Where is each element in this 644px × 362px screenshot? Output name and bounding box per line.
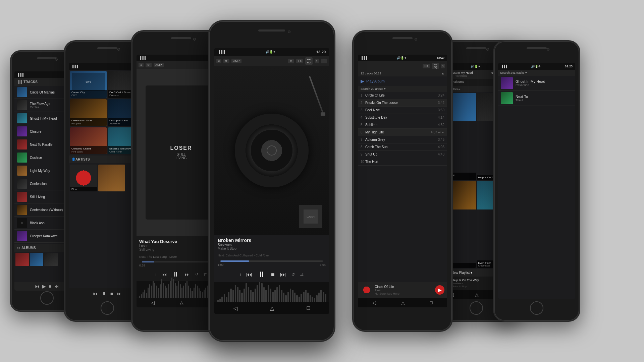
info-btn[interactable]: i: [240, 272, 241, 277]
prev-btn[interactable]: ⏮: [162, 272, 167, 278]
phone-6-home-btn[interactable]: [470, 301, 483, 315]
menu-btn[interactable]: ☰: [321, 59, 327, 63]
info-btn[interactable]: i: [156, 273, 156, 277]
home-btn[interactable]: △: [401, 300, 405, 305]
stop-btn[interactable]: ■: [271, 271, 275, 278]
back-btn[interactable]: ◁: [151, 300, 155, 305]
album-item[interactable]: Celebration Time Puppets: [70, 99, 107, 126]
home-btn[interactable]: △: [180, 300, 183, 305]
amp-btn[interactable]: AMP: [231, 59, 241, 63]
track-list-item[interactable]: 3 Feel Alive 3:59: [358, 107, 447, 114]
track-list-item[interactable]: 1 Circle Of Life 3:24: [358, 92, 447, 99]
album-thumb[interactable]: [44, 253, 58, 266]
phone-2-home-btn[interactable]: [101, 301, 114, 315]
back-btn[interactable]: ◁: [233, 305, 237, 311]
track-list-item[interactable]: 4 Substitute Day 4:14: [358, 114, 447, 121]
repeat-btn[interactable]: ↺: [195, 272, 198, 277]
play-pause-btn[interactable]: ⏸: [172, 270, 179, 278]
amp-btn[interactable]: AMP: [154, 63, 164, 67]
next-btn[interactable]: ⏭: [184, 272, 190, 278]
track-list-item[interactable]: 7 Autumn Grey 3:45: [358, 136, 447, 143]
home-btn[interactable]: △: [270, 305, 274, 311]
fx-btn[interactable]: FX: [296, 59, 304, 63]
target-btn[interactable]: ⊙: [288, 59, 294, 63]
play-btn[interactable]: ⏸: [102, 291, 106, 296]
repeat-btn[interactable]: ↺: [146, 63, 152, 67]
eq-btn[interactable]: REEQ: [432, 63, 439, 69]
shuffle-indicator: ⇄ ▲: [438, 130, 444, 134]
next-btn[interactable]: ⏭: [54, 284, 59, 289]
play-pause-btn[interactable]: ⏸: [258, 270, 266, 279]
track-list-item[interactable]: 10 The Hurt: [358, 158, 447, 166]
fx-btn[interactable]: FX: [423, 64, 430, 68]
shuffle-btn[interactable]: ⇄: [204, 272, 207, 277]
next-btn[interactable]: ⏭: [117, 291, 122, 296]
phone-7-camera: [547, 48, 549, 51]
vis-bar: [261, 283, 263, 302]
rewind-btn[interactable]: «: [139, 63, 144, 67]
stop-btn[interactable]: ■: [49, 284, 51, 289]
np-sub: No Surprises Here: [375, 292, 433, 295]
prev-btn[interactable]: ⏮: [246, 271, 252, 278]
album-thumb[interactable]: [15, 253, 29, 266]
phone-7-home-btn[interactable]: [530, 301, 543, 315]
np-title: Circle Of Life: [375, 285, 433, 289]
track-thumb: [17, 87, 27, 97]
track-info: Next To The A: [516, 95, 573, 102]
vis-bar: [158, 288, 159, 298]
info-btn[interactable]: ℹ: [315, 59, 319, 63]
rewind-btn[interactable]: «: [216, 59, 221, 63]
home-btn[interactable]: △: [475, 292, 479, 297]
track-thumb: [17, 192, 27, 202]
phone-1-home-btn[interactable]: [40, 291, 54, 305]
track-list-item[interactable]: 5 Sublime 4:32: [358, 121, 447, 129]
track-name: Freaks On The Loose: [365, 101, 438, 105]
puppet-album[interactable]: [98, 165, 125, 191]
play-btn[interactable]: ▶: [42, 284, 46, 289]
track-item[interactable]: Next To The A: [498, 91, 575, 106]
phone-5: ▐▐▐ 🔊🔋✈ 13:42 FX REEQ ℹ 12 tracks 50:12 …: [352, 30, 453, 332]
album-item[interactable]: Coloured Chalks Fire Walk: [70, 127, 107, 154]
progress-bar[interactable]: [220, 260, 323, 262]
track-name: Circle Of Life: [365, 94, 438, 97]
recents-btn[interactable]: □: [430, 300, 432, 305]
search-tracks-label[interactable]: Search 241 tracks ▾: [500, 71, 527, 74]
phone-4: ▐▐▐ 🔊🔋✈ 13:29 « ↺ AMP ⊙ FX REEQ ℹ ☰: [208, 20, 335, 342]
float-album[interactable]: Float: [70, 165, 97, 191]
prev-btn[interactable]: ⏮: [35, 284, 40, 289]
vis-bar: [244, 289, 245, 302]
progress-fill: [220, 260, 249, 262]
track-list-item[interactable]: 9 Shut Up 4:48: [358, 151, 447, 158]
play-album-btn[interactable]: ▶ Play Album: [358, 76, 447, 86]
track-item[interactable]: Ghost In My Head Reversion: [498, 76, 575, 91]
track-name: Shut Up: [365, 153, 438, 156]
phone-1-camera: [55, 58, 58, 61]
track-list-item[interactable]: 8 Catch The Sun 4:06: [358, 143, 447, 151]
search-artists-label[interactable]: Search 20 artists ▾: [361, 87, 386, 90]
track-list-item[interactable]: 6 My High Life 4:07 ⇄ ▲: [358, 129, 447, 136]
next-btn[interactable]: ⏭: [280, 271, 286, 278]
track-sub: The A: [516, 99, 573, 102]
back-btn[interactable]: ◁: [372, 300, 376, 305]
vis-bar: [307, 293, 309, 302]
recents-btn[interactable]: □: [307, 305, 310, 311]
eq-btn[interactable]: REEQ: [305, 57, 313, 65]
phone-6-speaker: [466, 47, 486, 49]
track-list-item[interactable]: 2 Freaks On The Loose 3:42: [358, 99, 447, 107]
repeat-btn[interactable]: ↺: [291, 272, 295, 277]
track-thumb: B: [17, 218, 27, 228]
track-dur: 3:59: [438, 108, 444, 112]
track-num: 2: [361, 101, 365, 105]
track-thumb: [17, 126, 27, 136]
track-name: Substitute Day: [365, 116, 438, 119]
album-thumb[interactable]: [30, 253, 43, 266]
album-item[interactable]: CKY Carver City CKY: [70, 71, 107, 98]
repeat-btn[interactable]: ↺: [223, 59, 229, 63]
stop-btn[interactable]: ■: [110, 291, 113, 296]
shuffle-btn[interactable]: ⇄: [300, 272, 304, 277]
collapse-btn[interactable]: ▲: [441, 72, 444, 75]
info-btn[interactable]: ℹ: [441, 64, 445, 68]
vis-bar: [237, 287, 238, 302]
vis-bar: [186, 281, 187, 298]
prev-btn[interactable]: ⏮: [93, 291, 98, 296]
